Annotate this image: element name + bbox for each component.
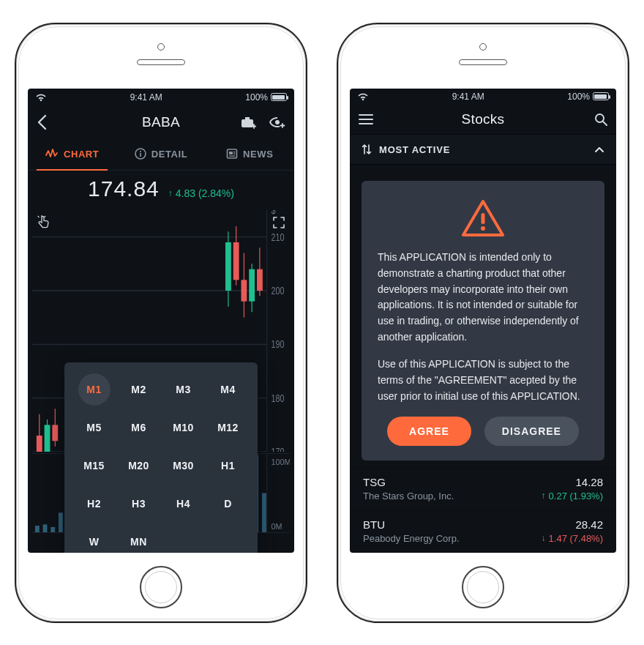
info-icon xyxy=(135,148,146,160)
touch-tool-button[interactable] xyxy=(34,213,53,232)
camera-dot xyxy=(157,43,165,51)
svg-point-72 xyxy=(481,226,485,231)
stock-row[interactable]: BTU28.42Peabody Energy Corp.↓1.47 (7.48%… xyxy=(350,510,616,553)
timeframe-option-m30[interactable]: M30 xyxy=(161,449,206,482)
arrow-up-icon: ↑ xyxy=(542,491,546,501)
timeframe-option-m10[interactable]: M10 xyxy=(161,411,206,444)
status-bar: 9:41 AM 100% xyxy=(28,89,294,106)
timeframe-option-m6[interactable]: M6 xyxy=(116,411,161,444)
arrow-up-icon: ↑ xyxy=(168,188,173,198)
page-title: BABA xyxy=(142,114,180,130)
status-time: 9:41 AM xyxy=(452,92,484,102)
timeframe-option-m12[interactable]: M12 xyxy=(206,411,250,444)
tab-chart[interactable]: CHART xyxy=(28,138,116,170)
disagree-button[interactable]: DISAGREE xyxy=(484,417,579,446)
speaker-slot xyxy=(137,59,185,65)
stock-company: The Stars Group, Inc. xyxy=(363,491,454,502)
stock-price: 28.42 xyxy=(575,518,603,531)
home-button[interactable] xyxy=(140,566,182,608)
price-value: 174.84 xyxy=(88,176,160,201)
svg-rect-30 xyxy=(233,242,239,280)
home-button[interactable] xyxy=(462,566,504,608)
battery-icon xyxy=(593,92,609,100)
timeframe-option-d[interactable]: D xyxy=(206,487,250,521)
disclaimer-paragraph: This APPLICATION is intended only to dem… xyxy=(378,250,588,345)
status-bar: 9:41 AM 100% xyxy=(350,89,616,105)
fullscreen-button[interactable] xyxy=(269,213,288,232)
svg-rect-32 xyxy=(242,280,247,301)
timeframe-option-m4[interactable]: M4 xyxy=(206,373,250,406)
chevron-up-icon xyxy=(594,146,604,153)
timeframe-option-m20[interactable]: M20 xyxy=(116,449,161,482)
svg-rect-36 xyxy=(257,269,263,290)
timeframe-option-mn[interactable]: MN xyxy=(116,525,161,553)
section-most-active[interactable]: MOST ACTIVE xyxy=(350,134,616,165)
warning-icon xyxy=(378,198,588,238)
app-header: Stocks xyxy=(350,105,616,134)
svg-rect-7 xyxy=(233,154,236,154)
svg-rect-24 xyxy=(45,425,50,452)
timeframe-option-m3[interactable]: M3 xyxy=(161,373,206,406)
svg-text:210: 210 xyxy=(272,231,285,243)
device-left: 9:41 AM 100% BABA xyxy=(15,23,307,623)
svg-rect-22 xyxy=(37,436,42,452)
stock-delta: ↓1.47 (7.48%) xyxy=(542,533,603,544)
svg-text:0M: 0M xyxy=(272,521,282,531)
battery-icon xyxy=(271,93,287,101)
svg-rect-6 xyxy=(233,152,236,152)
section-label: MOST ACTIVE xyxy=(379,144,450,155)
disclaimer-card: This APPLICATION is intended only to dem… xyxy=(362,181,604,460)
arrow-down-icon: ↓ xyxy=(542,533,546,543)
search-button[interactable] xyxy=(594,113,607,126)
timeframe-option-m15[interactable]: M15 xyxy=(72,449,116,482)
device-top-hardware xyxy=(338,43,628,65)
timeframe-option-m2[interactable]: M2 xyxy=(116,373,161,406)
timeframe-option-m5[interactable]: M5 xyxy=(72,411,116,444)
device-top-hardware xyxy=(16,43,306,65)
camera-dot xyxy=(479,43,487,51)
wifi-icon xyxy=(357,92,369,101)
tab-label: DETAIL xyxy=(151,149,188,160)
tab-news[interactable]: NEWS xyxy=(206,138,294,170)
battery-text: 100% xyxy=(567,92,590,102)
svg-rect-71 xyxy=(482,213,485,224)
stock-price: 14.28 xyxy=(575,476,603,488)
page-title: Stocks xyxy=(462,111,505,127)
svg-text:170: 170 xyxy=(272,446,285,451)
back-button[interactable] xyxy=(37,114,47,130)
detail-tabs: CHART DETAIL NEWS xyxy=(28,138,294,171)
screen-stocks-list: 9:41 AM 100% Stocks xyxy=(350,89,616,553)
battery-text: 100% xyxy=(245,92,268,102)
timeframe-option-w[interactable]: W xyxy=(72,525,116,553)
svg-rect-3 xyxy=(140,153,141,157)
stock-ticker: TSG xyxy=(363,476,386,488)
svg-rect-5 xyxy=(229,152,233,154)
tab-detail[interactable]: DETAIL xyxy=(116,138,205,170)
timeframe-option-h1[interactable]: H1 xyxy=(206,449,250,482)
price-delta-text: 4.83 (2.84%) xyxy=(176,187,234,199)
svg-text:200: 200 xyxy=(272,285,285,297)
stock-company: Peabody Energy Corp. xyxy=(363,533,460,544)
svg-text:190: 190 xyxy=(272,339,285,351)
device-right: 9:41 AM 100% Stocks xyxy=(337,23,629,623)
stock-ticker: BTU xyxy=(363,518,385,531)
svg-rect-26 xyxy=(52,425,58,441)
timeframe-option-m1[interactable]: M1 xyxy=(78,373,111,406)
timeframe-option-h2[interactable]: H2 xyxy=(72,487,116,521)
pulse-icon xyxy=(45,149,59,159)
svg-rect-8 xyxy=(229,156,236,157)
agree-button[interactable]: AGREE xyxy=(387,417,471,446)
svg-rect-28 xyxy=(225,242,231,291)
add-to-watchlist-button[interactable] xyxy=(269,116,285,128)
svg-rect-40 xyxy=(59,512,63,532)
timeframe-option-h3[interactable]: H3 xyxy=(116,487,161,521)
svg-text:100M: 100M xyxy=(272,457,290,466)
svg-rect-39 xyxy=(50,526,55,532)
screen-stock-detail: 9:41 AM 100% BABA xyxy=(28,89,294,553)
menu-button[interactable] xyxy=(359,114,373,124)
timeframe-option-h4[interactable]: H4 xyxy=(161,487,206,521)
stock-row[interactable]: TSG14.28The Stars Group, Inc.↑0.27 (1.93… xyxy=(350,468,616,510)
price-row: 174.84 ↑ 4.83 (2.84%) xyxy=(28,171,294,210)
add-to-portfolio-button[interactable] xyxy=(242,116,256,129)
app-header: BABA xyxy=(28,106,294,138)
